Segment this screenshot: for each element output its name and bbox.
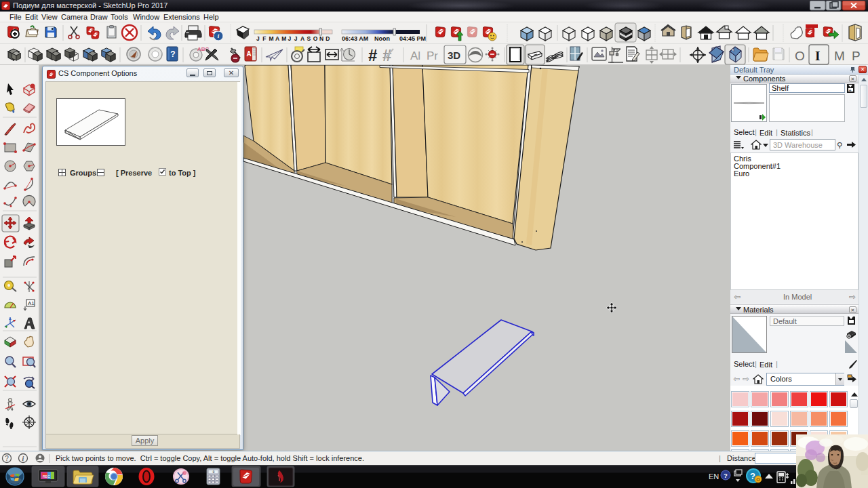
svg-text:M: M [834, 49, 845, 63]
svg-text:A1: A1 [28, 300, 35, 306]
svg-text:I: I [815, 49, 820, 63]
svg-text:Pr: Pr [427, 49, 438, 62]
svg-text:REC: REC [43, 474, 50, 479]
svg-text:O: O [795, 49, 805, 63]
svg-text:O: O [313, 35, 318, 42]
svg-text:F: F [262, 35, 266, 42]
svg-text:A: A [300, 35, 304, 42]
svg-text:i: i [22, 455, 24, 462]
svg-text:J: J [256, 35, 260, 42]
svg-text:06:43 AM: 06:43 AM [342, 35, 368, 42]
svg-text:O: O [756, 477, 760, 482]
svg-text:?: ? [170, 49, 175, 59]
svg-text:Al: Al [410, 49, 420, 62]
svg-text:?: ? [5, 455, 9, 462]
svg-text:8: 8 [212, 470, 214, 474]
svg-text:J: J [294, 35, 298, 42]
svg-text:J: J [288, 35, 292, 42]
svg-text:Noon: Noon [374, 35, 390, 42]
svg-text:M: M [269, 35, 274, 42]
svg-text:?: ? [724, 472, 728, 479]
svg-text:D: D [326, 35, 330, 42]
svg-text:N: N [319, 35, 323, 42]
svg-text:M: M [281, 35, 286, 42]
svg-text:A: A [275, 35, 279, 42]
svg-text:#: # [368, 46, 377, 64]
svg-text:P: P [852, 49, 861, 63]
svg-text:S: S [307, 35, 311, 42]
svg-text:04:45 PM: 04:45 PM [399, 35, 426, 42]
svg-text:A: A [246, 50, 251, 58]
svg-text:3D: 3D [448, 49, 460, 61]
svg-text:EN: EN [709, 472, 719, 481]
